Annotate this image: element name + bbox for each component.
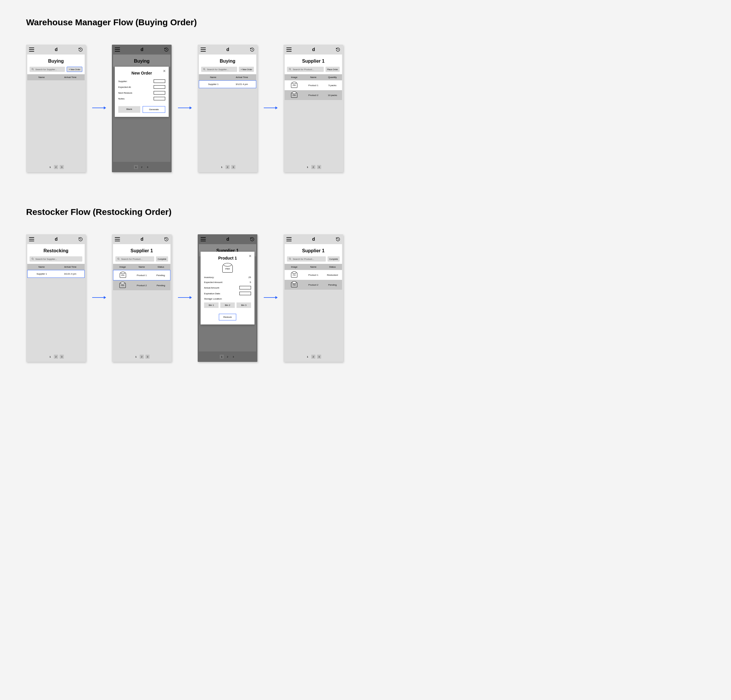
- page-title: Buying: [113, 54, 170, 67]
- page-1[interactable]: 1: [48, 165, 52, 169]
- menu-icon[interactable]: [286, 47, 292, 51]
- history-icon[interactable]: [250, 47, 254, 52]
- table-row[interactable]: chips Product 1 5 packs: [285, 80, 342, 90]
- actual-input[interactable]: [239, 286, 251, 290]
- page-2[interactable]: 2: [140, 354, 144, 359]
- page-3[interactable]: 3: [317, 165, 321, 169]
- supplier-field: Supplier:: [118, 79, 165, 83]
- menu-icon[interactable]: [201, 47, 206, 51]
- history-icon[interactable]: [164, 237, 169, 241]
- nextrestock-input[interactable]: [154, 91, 165, 94]
- table-row[interactable]: chips Product 1 Restocked: [285, 270, 342, 280]
- new-order-button[interactable]: + New Order: [239, 67, 254, 72]
- search-input[interactable]: Search for Supplier...: [29, 67, 65, 72]
- pagination: 1 2 3: [26, 162, 86, 172]
- page-2[interactable]: 2: [54, 165, 58, 169]
- table-row[interactable]: chips Product 2 Pending: [113, 280, 170, 290]
- chips-icon: chips: [291, 93, 297, 98]
- search-icon: [31, 257, 34, 260]
- logo: d: [226, 47, 229, 52]
- table-row[interactable]: Supplier 1 3/1/21 4 pm: [27, 270, 85, 278]
- page-3[interactable]: 3: [231, 354, 235, 359]
- topbar: d: [112, 45, 172, 54]
- history-icon[interactable]: [78, 237, 83, 241]
- search-icon: [117, 257, 120, 260]
- close-icon[interactable]: ✕: [249, 254, 252, 258]
- supplier-input[interactable]: [154, 79, 165, 83]
- chips-icon: chips: [291, 272, 297, 278]
- history-icon[interactable]: [336, 237, 340, 241]
- menu-icon[interactable]: [115, 47, 120, 51]
- logo: d: [141, 237, 144, 242]
- menu-icon[interactable]: [286, 237, 292, 241]
- svg-line-11: [291, 70, 291, 70]
- bin-1-button[interactable]: Bin 1: [204, 303, 219, 308]
- complete-button[interactable]: Complete: [156, 256, 168, 262]
- arrow-icon: [178, 105, 192, 112]
- generate-button[interactable]: Generate: [142, 106, 165, 113]
- restock-button[interactable]: Restock: [219, 314, 236, 321]
- page-3[interactable]: 3: [231, 165, 235, 169]
- page-1[interactable]: 1: [134, 165, 138, 169]
- complete-button[interactable]: Complete: [327, 256, 340, 262]
- page-3[interactable]: 3: [317, 354, 321, 359]
- menu-icon[interactable]: [29, 237, 34, 241]
- page-1[interactable]: 1: [134, 354, 138, 359]
- pagination: 1 2 3: [283, 162, 343, 172]
- menu-icon[interactable]: [29, 47, 34, 51]
- table-row[interactable]: chips Product 2 Pending: [285, 280, 342, 290]
- menu-icon[interactable]: [201, 237, 206, 241]
- search-input[interactable]: Search for Product...: [287, 256, 326, 262]
- search-icon: [289, 68, 292, 71]
- page-title: Supplier 1: [285, 244, 342, 256]
- menu-icon[interactable]: [115, 237, 120, 241]
- topbar: d: [198, 234, 257, 244]
- close-icon[interactable]: ✕: [163, 69, 166, 73]
- topbar: d: [283, 234, 343, 244]
- search-input[interactable]: Search for Product...: [287, 67, 324, 72]
- table-row[interactable]: chips Product 1 Pending: [113, 270, 170, 280]
- svg-line-23: [291, 259, 291, 260]
- new-order-modal: ✕ New Order Supplier: Expected At: Next …: [115, 67, 169, 117]
- page-1[interactable]: 1: [220, 165, 224, 169]
- blank-button[interactable]: Blank: [118, 106, 140, 113]
- page-3[interactable]: 3: [145, 165, 150, 169]
- table-row[interactable]: chips Product 2 10 packs: [285, 90, 342, 100]
- page-2[interactable]: 2: [226, 354, 230, 359]
- bin-3-button[interactable]: Bin 3: [236, 303, 251, 308]
- place-order-button[interactable]: Place Order: [326, 67, 340, 72]
- page-2[interactable]: 2: [311, 165, 316, 169]
- storage-label: Storage Location:: [204, 297, 251, 300]
- content: Buying Search for Supplier... + New Orde…: [27, 54, 85, 162]
- page-1[interactable]: 1: [305, 354, 310, 359]
- page-2[interactable]: 2: [54, 354, 58, 359]
- table-row[interactable]: Supplier 1 3/1/21 4 pm: [199, 80, 256, 88]
- search-input[interactable]: Search for Supplier...: [29, 256, 82, 262]
- expected-input[interactable]: [154, 85, 165, 89]
- history-icon[interactable]: [336, 47, 340, 52]
- history-icon[interactable]: [78, 47, 83, 52]
- page-3[interactable]: 3: [60, 165, 64, 169]
- page-2[interactable]: 2: [140, 165, 144, 169]
- search-input[interactable]: Search for Supplier...: [201, 67, 237, 72]
- page-2[interactable]: 2: [311, 354, 316, 359]
- page-1[interactable]: 1: [48, 354, 52, 359]
- svg-line-1: [33, 70, 34, 70]
- logo: d: [141, 47, 144, 52]
- search-input[interactable]: Search for Product...: [115, 256, 154, 262]
- page-3[interactable]: 3: [145, 354, 150, 359]
- svg-marker-15: [104, 296, 106, 299]
- page-2[interactable]: 2: [226, 165, 230, 169]
- page-1[interactable]: 1: [305, 165, 310, 169]
- page-3[interactable]: 3: [60, 354, 64, 359]
- bin-2-button[interactable]: Bin 2: [220, 303, 235, 308]
- table: Name Arrival Time Supplier 1 3/1/21 4 pm: [199, 74, 256, 162]
- page-1[interactable]: 1: [220, 354, 224, 359]
- notes-input[interactable]: [154, 97, 165, 100]
- expiration-input[interactable]: [239, 292, 251, 295]
- history-icon[interactable]: [250, 237, 254, 241]
- expiration-field: Expiration Date:: [204, 292, 251, 295]
- history-icon[interactable]: [164, 47, 169, 52]
- new-order-button[interactable]: + New Order: [67, 67, 82, 72]
- svg-line-17: [119, 259, 119, 260]
